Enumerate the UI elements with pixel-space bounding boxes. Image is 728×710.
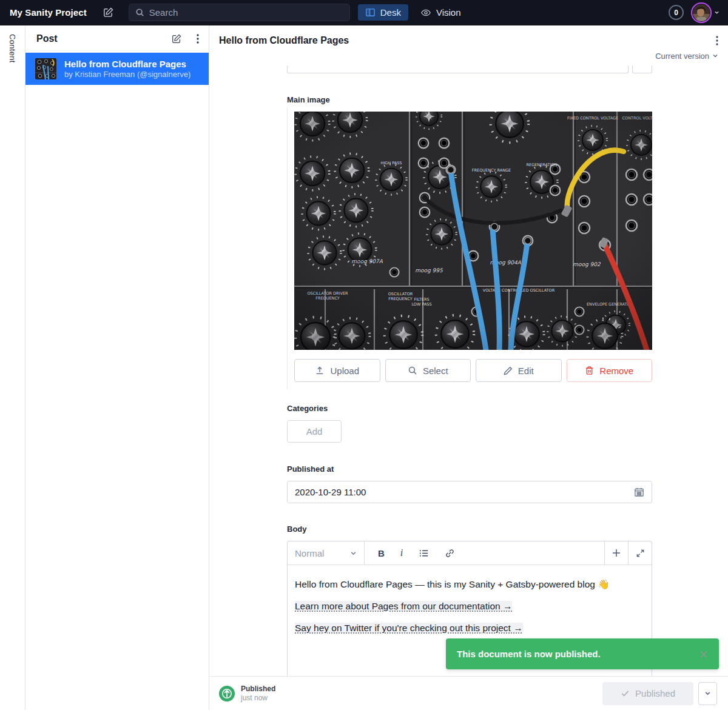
search-icon xyxy=(135,8,144,17)
tab-desk-label: Desk xyxy=(380,7,401,18)
body-link-documentation[interactable]: Learn more about Pages from our document… xyxy=(295,601,512,611)
chevron-down-icon xyxy=(704,690,711,697)
new-document-icon[interactable] xyxy=(171,33,182,44)
published-icon xyxy=(219,686,235,702)
body-paragraph[interactable]: Hello from Cloudflare Pages — this is my… xyxy=(295,578,644,591)
body-link-twitter[interactable]: Say hey on Twitter if you're checking ou… xyxy=(295,623,523,633)
link-icon[interactable] xyxy=(445,548,455,558)
publish-menu-button[interactable] xyxy=(698,682,717,705)
remove-button[interactable]: Remove xyxy=(567,359,653,382)
chevron-down-icon xyxy=(714,10,720,15)
publish-status[interactable]: Published just now xyxy=(219,685,275,702)
editor-content[interactable]: Hello from Cloudflare Pages — this is my… xyxy=(288,565,652,634)
toast-message: This document is now published. xyxy=(457,649,601,659)
upload-button-label: Upload xyxy=(330,366,359,376)
main-image-field: HIGH PASS FREQUENCY RANGE REGENERATION F… xyxy=(287,108,652,389)
publish-button-disabled[interactable]: Published xyxy=(602,682,693,705)
desk-columns-icon xyxy=(365,7,376,18)
publish-status-label: Published xyxy=(241,685,275,693)
slug-generate-button-clipped[interactable] xyxy=(632,65,652,73)
upload-icon xyxy=(315,366,325,375)
top-bar: My Sanity Project Desk Vision 0 xyxy=(0,0,728,25)
avatar xyxy=(691,2,712,23)
expand-editor-button[interactable] xyxy=(628,541,652,564)
block-style-value: Normal xyxy=(295,548,324,558)
presence-count: 0 xyxy=(674,8,678,17)
main-image-photo[interactable]: HIGH PASS FREQUENCY RANGE REGENERATION F… xyxy=(294,112,652,350)
document-title: Hello from Cloudflare Pages xyxy=(219,35,349,46)
slug-field-clipped[interactable] xyxy=(287,65,652,73)
tab-desk[interactable]: Desk xyxy=(358,4,408,21)
post-list-item-selected[interactable]: Hello from Cloudflare Pages by Kristian … xyxy=(25,53,209,85)
content-rail-label[interactable]: Content xyxy=(8,34,17,710)
remove-button-label: Remove xyxy=(599,366,633,376)
compose-icon[interactable] xyxy=(103,7,114,18)
content-rail: Content xyxy=(0,25,25,710)
publish-toast: This document is now published. xyxy=(446,638,719,669)
bold-button[interactable]: B xyxy=(378,548,385,558)
published-at-input[interactable]: 2020-10-29 11:00 xyxy=(287,481,652,503)
version-selector[interactable]: Current version xyxy=(219,50,718,62)
pencil-icon xyxy=(504,366,513,375)
insert-block-button[interactable] xyxy=(604,541,628,564)
trash-icon xyxy=(585,366,594,375)
tab-vision[interactable]: Vision xyxy=(413,4,468,21)
document-footer: Published just now Published xyxy=(209,676,728,710)
edit-button-label: Edit xyxy=(518,366,534,376)
post-item-subtitle: by Kristian Freeman (@signalnerve) xyxy=(64,70,190,79)
search-icon xyxy=(408,366,417,375)
chevron-down-icon xyxy=(712,53,718,59)
publish-status-time: just now xyxy=(241,694,275,702)
document-menu-kebab-icon[interactable] xyxy=(716,36,718,45)
document-form-scroll[interactable]: Main image xyxy=(209,65,728,676)
published-at-value: 2020-10-29 11:00 xyxy=(295,487,366,497)
tab-vision-label: Vision xyxy=(436,7,461,18)
add-category-button[interactable]: Add xyxy=(287,420,342,443)
pane-menu-kebab-icon[interactable] xyxy=(197,34,199,44)
user-menu[interactable] xyxy=(691,2,720,23)
published-at-label: Published at xyxy=(287,464,652,474)
post-pane-title: Post xyxy=(36,33,58,44)
project-title: My Sanity Project xyxy=(10,7,87,18)
edit-button[interactable]: Edit xyxy=(476,359,562,382)
bullet-list-icon[interactable] xyxy=(419,548,429,558)
document-header: Hello from Cloudflare Pages Current vers… xyxy=(209,25,728,65)
version-label: Current version xyxy=(655,52,709,61)
slug-input-clipped[interactable] xyxy=(287,65,629,73)
block-style-select[interactable]: Normal xyxy=(288,541,365,564)
post-list-pane: Post xyxy=(25,25,209,710)
post-pane-header: Post xyxy=(25,25,209,53)
expand-icon xyxy=(636,549,645,558)
editor-toolbar: Normal B i xyxy=(288,541,652,565)
search-input[interactable] xyxy=(149,7,343,18)
select-button-label: Select xyxy=(423,366,448,376)
categories-label: Categories xyxy=(287,404,652,413)
eye-icon xyxy=(420,7,431,18)
presence-counter[interactable]: 0 xyxy=(669,5,684,20)
calendar-icon[interactable] xyxy=(634,487,644,497)
main-image-label: Main image xyxy=(287,95,652,104)
chevron-down-icon xyxy=(350,550,357,557)
document-pane: Hello from Cloudflare Pages Current vers… xyxy=(209,25,728,710)
publish-button-label: Published xyxy=(635,688,675,698)
search-bar[interactable] xyxy=(129,4,350,21)
body-label: Body xyxy=(287,524,652,534)
italic-button[interactable]: i xyxy=(400,548,403,558)
close-icon[interactable] xyxy=(698,649,709,660)
post-item-title: Hello from Cloudflare Pages xyxy=(64,58,190,70)
upload-button[interactable]: Upload xyxy=(294,359,380,382)
post-thumbnail xyxy=(35,58,56,79)
select-button[interactable]: Select xyxy=(385,359,471,382)
plus-icon xyxy=(612,548,621,558)
check-icon xyxy=(621,689,630,698)
